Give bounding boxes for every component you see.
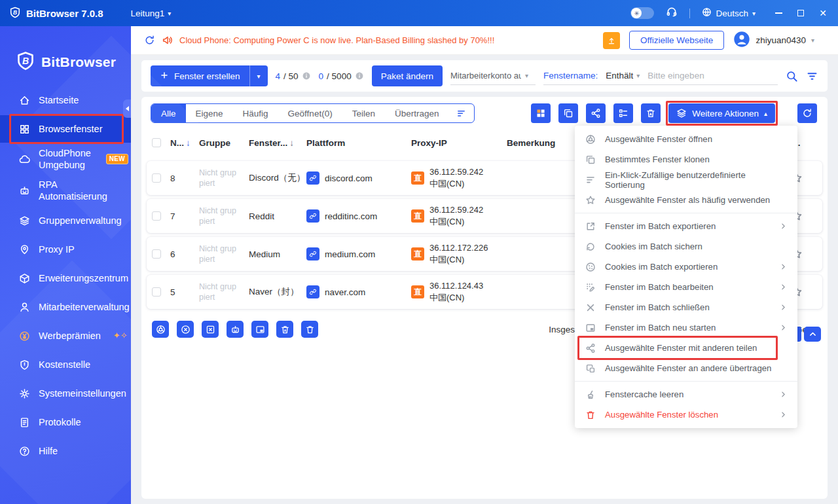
menu-item-ausgewählte-fenster-als-häufig-verwenden[interactable]: Ausgewählte Fenster als häufig verwenden [575, 190, 797, 210]
sidebar-item-hilfe[interactable]: Hilfe [0, 437, 131, 465]
link-icon [306, 247, 319, 261]
link-icon [306, 171, 319, 185]
sidebar-item-kostenstelle[interactable]: Kostenstelle [0, 351, 131, 378]
restart-window-button[interactable] [251, 321, 268, 338]
menu-item-ausgewählte-fenster-mit-anderen-teilen[interactable]: Ausgewählte Fenster mit anderen teilen [575, 338, 797, 358]
sidebar-item-label: Hilfe [39, 445, 58, 457]
sidebar-item-systemeinstellungen[interactable]: Systemeinstellungen [0, 380, 131, 407]
sidebar-item-label: Startseite [39, 94, 79, 106]
language-selector[interactable]: Deutsch ▾ [702, 7, 756, 19]
maximize-button[interactable] [796, 9, 805, 18]
share-window-button[interactable] [586, 103, 606, 123]
transfer-icon [585, 363, 596, 374]
editgrid-icon [585, 282, 596, 293]
title-bar: B BitBrowser 7.0.8 Leitung1 ▾ ✳ Deutsch … [0, 0, 838, 26]
user-account-menu[interactable]: zhiyuan0430 ▾ [733, 31, 814, 50]
refresh-announcement-icon[interactable] [144, 35, 155, 46]
recycle-bin-button[interactable] [641, 103, 661, 123]
row-checkbox[interactable] [152, 211, 161, 221]
sidebar-item-startseite[interactable]: Startseite [0, 86, 131, 114]
more-actions-button[interactable]: Weitere Aktionen▴ [668, 103, 775, 123]
menu-item-label: Ein-Klick-Zufällige benutzerdefinierte S… [605, 170, 787, 190]
menu-item-ausgewählte-fenster-öffnen[interactable]: Ausgewählte Fenster öffnen [575, 129, 797, 149]
create-window-dropdown[interactable]: ▾ [249, 65, 268, 86]
row-checkbox[interactable] [152, 287, 161, 297]
sidebar-item-mitarbeiterverwaltung[interactable]: Mitarbeiterverwaltung [0, 293, 131, 321]
sidebar-item-werbepr-mien[interactable]: Werbeprämien✦✧ [0, 322, 131, 350]
info-icon[interactable] [355, 71, 364, 81]
grid-icon [18, 123, 30, 135]
top-up-button[interactable] [603, 32, 620, 49]
menu-item-label: Cookies im Batch exportieren [605, 262, 718, 272]
sidebar-collapse-handle[interactable] [123, 99, 131, 118]
row-domain: naver.com [325, 287, 365, 297]
menu-item-fenstercache-leeren[interactable]: Fenstercache leeren [575, 384, 797, 405]
row-checkbox[interactable] [152, 249, 161, 259]
sidebar-item-protokolle[interactable]: Protokolle [0, 408, 131, 436]
grid-layout-button[interactable] [531, 103, 551, 123]
tab-übertragen[interactable]: Übertragen [385, 104, 449, 122]
sidebar-item-browserfenster[interactable]: Browserfenster [0, 115, 131, 143]
search-icon[interactable] [786, 70, 798, 82]
menu-item-fenster-im-batch-exportieren[interactable]: Fenster im Batch exportieren [575, 216, 797, 236]
close-square-button[interactable] [202, 321, 219, 338]
tab-sort-icon[interactable] [448, 104, 474, 122]
menu-item-cookies-im-batch-exportieren[interactable]: Cookies im Batch exportieren [575, 257, 797, 277]
tab-geöffnet-0-[interactable]: Geöffnet(0) [278, 104, 342, 122]
search-input[interactable] [647, 71, 778, 81]
theme-toggle[interactable]: ✳ [630, 7, 654, 19]
menu-item-label: Ausgewählte Fenster öffnen [605, 134, 712, 144]
info-icon[interactable] [302, 71, 311, 81]
sidebar-item-cloudphone-umgebung[interactable]: CloudPhoneUmgebungNEW [0, 144, 131, 174]
close-circle-button[interactable] [177, 321, 194, 338]
sidebar-item-erweiterungszentrum[interactable]: Erweiterungszentrum [0, 264, 131, 292]
chevron-right-icon [780, 263, 787, 270]
row-domain: redditinc.com [325, 211, 377, 221]
menu-item-fenster-im-batch-bearbeiten[interactable]: Fenster im Batch bearbeiten [575, 277, 797, 297]
window-name-filter-label: Fenstername: [543, 71, 598, 81]
tab-häufig[interactable]: Häufig [233, 104, 278, 122]
refresh-list-button[interactable] [797, 103, 817, 123]
menu-item-ein-klick-zufällige-benutzerdefinierte-sortierung[interactable]: Ein-Klick-Zufällige benutzerdefinierte S… [575, 170, 797, 190]
column-header-proxy[interactable]: Proxy-IP [411, 138, 507, 148]
announcement-text[interactable]: Cloud Phone: Computing Power C is now li… [179, 35, 494, 45]
cube-icon [18, 272, 30, 284]
official-website-button[interactable]: Offizielle Webseite [629, 31, 724, 50]
list-view-button[interactable] [613, 103, 633, 123]
menu-item-fenster-im-batch-neu-starten[interactable]: Fenster im Batch neu starten [575, 317, 797, 338]
sidebar-item-label: Werbeprämien [39, 330, 101, 342]
match-mode-select[interactable]: Enthält ▾ [606, 71, 640, 81]
line-selector[interactable]: Leitung1 ▾ [131, 9, 172, 18]
filter-icon[interactable] [806, 70, 818, 82]
menu-item-ausgewählte-fenster-löschen[interactable]: Ausgewählte Fenster löschen [575, 405, 797, 425]
menu-item-bestimmtes-fenster-klonen[interactable]: Bestimmtes Fenster klonen [575, 149, 797, 170]
column-header-platform[interactable]: Plattform [306, 138, 411, 148]
employee-account-value: Mitarbeiterkonto au [450, 71, 521, 81]
row-platform: redditinc.com [306, 209, 411, 223]
menu-item-ausgewählte-fenster-an-andere-übertragen[interactable]: Ausgewählte Fenster an andere übertragen [575, 358, 797, 378]
sidebar-item-rpa-automatisierung[interactable]: RPAAutomatisierung [0, 175, 131, 206]
create-window-button[interactable]: Fenster erstellen ▾ [151, 65, 268, 86]
clone-window-icon [563, 108, 574, 118]
clear-cache-button[interactable] [276, 321, 293, 338]
close-button[interactable]: ✕ [818, 9, 828, 18]
sidebar-item-proxy-ip[interactable]: Proxy IP [0, 236, 131, 263]
robot-batch-button[interactable] [227, 321, 244, 338]
column-header-window[interactable]: Fenster... ↓ [249, 138, 306, 148]
open-window-button[interactable] [152, 321, 169, 338]
tab-teilen[interactable]: Teilen [342, 104, 385, 122]
megaphone-icon [162, 35, 173, 46]
minimize-button[interactable] [774, 9, 783, 18]
sidebar-logo-text: BitBrowser [41, 54, 116, 70]
employee-account-select[interactable]: Mitarbeiterkonto au ▾ [450, 67, 536, 85]
delete-window-button[interactable] [301, 321, 318, 338]
sidebar-item-gruppenverwaltung[interactable]: Gruppenverwaltung [0, 207, 131, 234]
scroll-to-top-button[interactable] [804, 327, 821, 342]
menu-item-fenster-im-batch-schließen[interactable]: Fenster im Batch schließen [575, 297, 797, 317]
change-package-button[interactable]: Paket ändern [372, 65, 443, 86]
grid-layout-icon [536, 108, 546, 118]
menu-divider [575, 381, 797, 382]
clone-window-button[interactable] [558, 103, 578, 123]
menu-item-cookies-im-batch-sichern[interactable]: Cookies im Batch sichern [575, 236, 797, 257]
support-headset-icon[interactable] [666, 6, 678, 20]
